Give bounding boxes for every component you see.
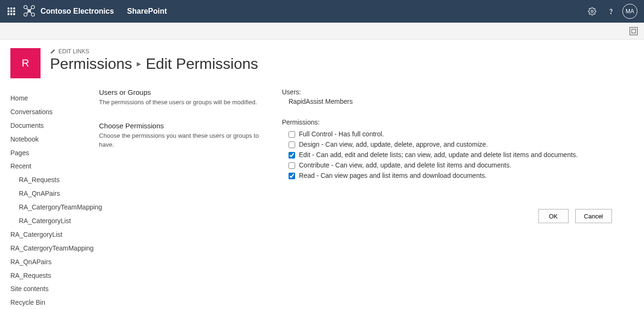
permissions-list: Full Control - Has full control.Design -…: [282, 129, 623, 181]
permission-item[interactable]: Design - Can view, add, update, delete, …: [289, 139, 623, 150]
sidebar-item[interactable]: RA_CatergoryList: [10, 228, 93, 242]
drone-logo-icon: [23, 4, 36, 19]
section-perms-desc: Choose the permissions you want these us…: [99, 132, 269, 149]
chevron-right-icon: ▸: [137, 59, 141, 69]
sidebar-item[interactable]: Conversations: [10, 105, 93, 119]
side-nav: HomeConversationsDocumentsNotebookPagesR…: [10, 92, 93, 309]
sidebar-item[interactable]: RA_Requests: [10, 269, 93, 283]
focus-content-icon[interactable]: [629, 26, 638, 36]
permission-label: Design - Can view, add, update, delete, …: [299, 141, 488, 148]
svg-point-2: [24, 13, 27, 16]
sidebar-item[interactable]: Recent: [10, 159, 93, 173]
sidebar-item[interactable]: Documents: [10, 119, 93, 133]
sidebar-item[interactable]: RA_Requests: [10, 173, 93, 187]
svg-rect-9: [630, 27, 637, 35]
ok-button[interactable]: OK: [538, 209, 569, 223]
users-value: RapidAssist Members: [282, 98, 623, 105]
svg-rect-10: [632, 29, 636, 33]
permission-checkbox[interactable]: [289, 162, 295, 169]
permission-item[interactable]: Contribute - Can view, add, update, and …: [289, 160, 623, 170]
main-area: R HomeConversationsDocumentsNotebookPage…: [0, 40, 644, 309]
sidebar-item[interactable]: RA_CatergoryTeamMapping: [10, 200, 93, 214]
avatar-initials: MA: [626, 8, 634, 15]
user-avatar[interactable]: MA: [622, 4, 637, 19]
permission-checkbox[interactable]: [289, 152, 295, 159]
app-name[interactable]: SharePoint: [127, 7, 167, 16]
permission-checkbox[interactable]: [289, 131, 295, 138]
content-pane: EDIT LINKS Permissions ▸ Edit Permission…: [99, 40, 644, 309]
form-descriptions: Users or Groups The permissions of these…: [99, 88, 269, 223]
sidebar-item[interactable]: RA_QnAPairs: [10, 187, 93, 200]
permission-item[interactable]: Full Control - Has full control.: [289, 129, 623, 139]
site-logo-letter: R: [22, 57, 29, 69]
settings-icon[interactable]: [583, 0, 602, 23]
org-name: Contoso Electronics: [41, 7, 114, 16]
svg-point-7: [591, 10, 594, 13]
permissions-label: Permissions:: [282, 118, 623, 126]
edit-links-button[interactable]: EDIT LINKS: [50, 48, 633, 55]
breadcrumb-current: Edit Permissions: [146, 56, 258, 72]
help-icon[interactable]: [602, 0, 620, 23]
top-nav: Contoso Electronics SharePoint MA: [0, 0, 644, 23]
sidebar-item[interactable]: RA_CatergoryTeamMapping: [10, 242, 93, 255]
section-users-title: Users or Groups: [99, 88, 269, 96]
svg-point-8: [611, 13, 611, 14]
sidebar-item[interactable]: Recycle Bin: [10, 296, 93, 309]
app-launcher-icon[interactable]: [4, 0, 19, 23]
sidebar-item[interactable]: RA_QnAPairs: [10, 255, 93, 269]
sidebar-item[interactable]: Pages: [10, 146, 93, 160]
left-pane: R HomeConversationsDocumentsNotebookPage…: [0, 40, 99, 309]
form-fields: Users: RapidAssist Members Permissions: …: [282, 88, 633, 223]
cancel-button[interactable]: Cancel: [575, 209, 612, 223]
permission-item[interactable]: Read - Can view pages and list items and…: [289, 170, 623, 181]
permission-checkbox[interactable]: [289, 173, 295, 179]
sidebar-item[interactable]: RA_CatergoryList: [10, 214, 93, 228]
users-label: Users:: [282, 88, 623, 96]
permission-item[interactable]: Edit - Can add, edit and delete lists; c…: [289, 150, 623, 160]
sidebar-item[interactable]: Home: [10, 92, 93, 105]
svg-point-3: [31, 13, 34, 16]
site-logo[interactable]: R: [10, 48, 41, 78]
section-perms-title: Choose Permissions: [99, 122, 269, 130]
section-users-desc: The permissions of these users or groups…: [99, 98, 269, 107]
svg-point-1: [31, 5, 34, 8]
permission-label: Full Control - Has full control.: [299, 130, 384, 138]
permission-checkbox[interactable]: [289, 142, 295, 148]
ribbon-bar: [0, 23, 644, 40]
permission-label: Contribute - Can view, add, update, and …: [299, 161, 512, 169]
sidebar-item[interactable]: Notebook: [10, 133, 93, 146]
button-row: OK Cancel: [282, 209, 621, 223]
edit-links-label: EDIT LINKS: [58, 48, 89, 55]
svg-point-0: [24, 5, 27, 8]
breadcrumb: Permissions ▸ Edit Permissions: [50, 56, 633, 72]
permission-label: Read - Can view pages and list items and…: [299, 172, 487, 179]
org-brand[interactable]: Contoso Electronics: [23, 4, 114, 19]
breadcrumb-parent[interactable]: Permissions: [50, 56, 132, 72]
permission-label: Edit - Can add, edit and delete lists; c…: [299, 151, 578, 159]
sidebar-item[interactable]: Site contents: [10, 282, 93, 296]
title-block: EDIT LINKS Permissions ▸ Edit Permission…: [50, 48, 633, 72]
pencil-icon: [50, 49, 56, 54]
form-area: Users or Groups The permissions of these…: [99, 88, 633, 223]
